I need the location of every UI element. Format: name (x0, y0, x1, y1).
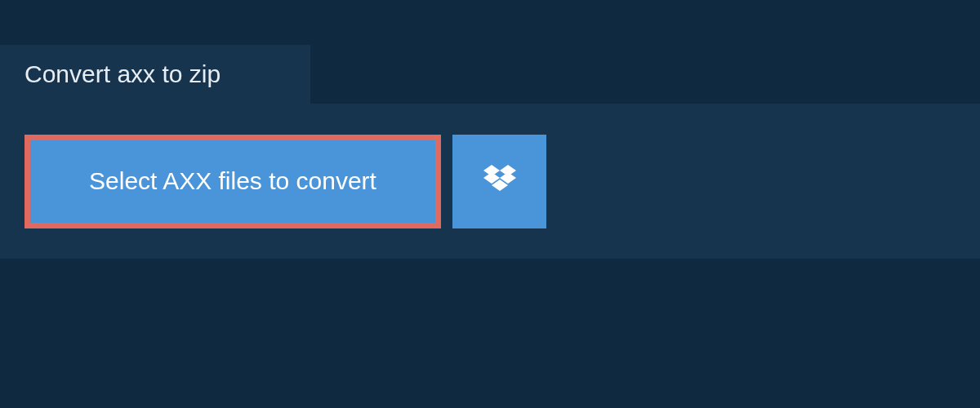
dropbox-button[interactable] (452, 135, 546, 228)
select-files-button[interactable]: Select AXX files to convert (24, 135, 441, 228)
dropbox-icon (483, 165, 516, 197)
tab-header[interactable]: Convert axx to zip (0, 45, 310, 104)
content-panel: Select AXX files to convert (0, 104, 980, 259)
tab-title: Convert axx to zip (24, 60, 220, 88)
select-files-label: Select AXX files to convert (89, 167, 376, 195)
